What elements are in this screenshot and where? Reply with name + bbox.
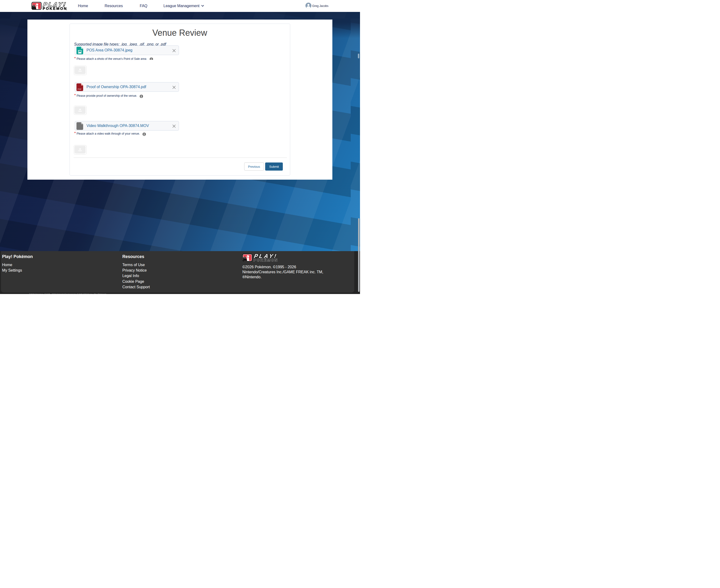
svg-text:TM: TM (66, 9, 67, 10)
svg-text:POKÉMON: POKÉMON (254, 258, 278, 262)
svg-text:POKÉMON: POKÉMON (43, 6, 67, 10)
svg-text:PDF: PDF (78, 88, 82, 90)
